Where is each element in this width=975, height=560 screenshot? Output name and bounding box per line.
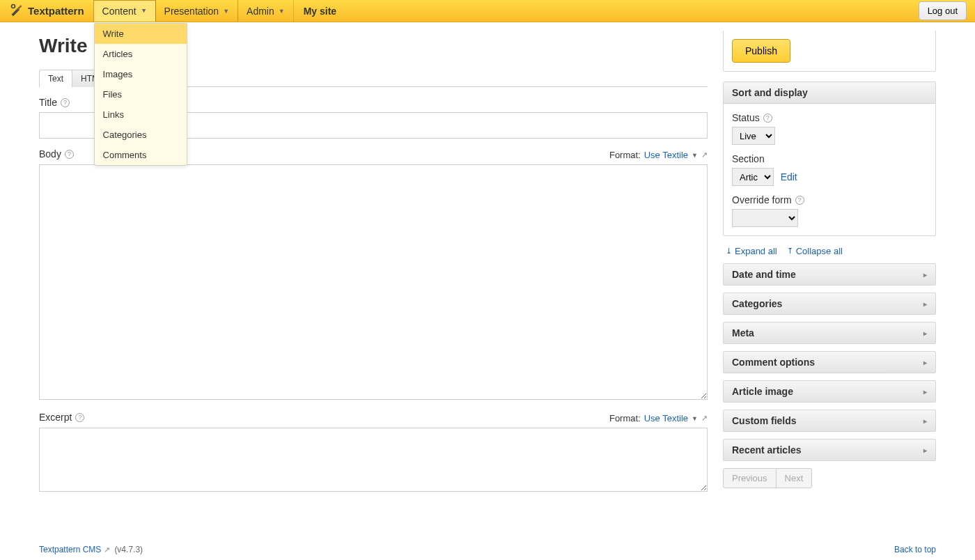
override-label: Override form — [732, 194, 792, 205]
collapse-all-link[interactable]: ⤒Collapse all — [787, 246, 843, 256]
excerpt-textarea[interactable] — [39, 428, 708, 492]
expand-icon: ⤓ — [726, 247, 732, 256]
chevron-right-icon: ▸ — [923, 417, 927, 425]
panel-recent-articles[interactable]: Recent articles▸ — [723, 439, 936, 461]
help-icon[interactable]: ? — [65, 150, 74, 159]
side-column: Publish Sort and display Status ? Live — [723, 31, 936, 494]
excerpt-label: Excerpt — [39, 412, 72, 423]
brand[interactable]: Textpattern — [0, 0, 94, 22]
body-textarea[interactable] — [39, 164, 708, 400]
nav-mysite[interactable]: My site — [294, 0, 346, 22]
next-button[interactable]: Next — [776, 468, 813, 488]
chevron-right-icon: ▸ — [923, 359, 927, 366]
nav-admin-label: Admin — [247, 6, 274, 17]
nav: Content ▲ Write Articles Images Files Li… — [94, 0, 294, 22]
format-label: Format: — [609, 413, 641, 423]
brand-icon — [10, 3, 24, 19]
help-icon[interactable]: ? — [763, 114, 772, 123]
section-edit-link[interactable]: Edit — [781, 171, 797, 182]
logout-button[interactable]: Log out — [919, 1, 967, 20]
nav-presentation-label: Presentation — [164, 6, 219, 17]
chevron-right-icon: ▸ — [923, 388, 927, 396]
section-select[interactable]: Articles — [732, 168, 774, 186]
external-link-icon[interactable]: ↗ — [701, 150, 708, 160]
nav-content-label: Content — [102, 6, 136, 17]
menu-categories[interactable]: Categories — [95, 125, 187, 145]
panel-meta[interactable]: Meta▸ — [723, 322, 936, 344]
top-bar: Textpattern Content ▲ Write Articles Ima… — [0, 0, 975, 22]
section-label: Section — [732, 153, 765, 164]
publish-panel: Publish — [723, 31, 936, 72]
format-label: Format: — [609, 150, 641, 160]
menu-write[interactable]: Write — [95, 24, 187, 44]
collapse-icon: ⤒ — [787, 247, 793, 256]
status-select[interactable]: Live — [732, 127, 775, 145]
chevron-right-icon: ▸ — [923, 446, 927, 454]
caret-down-icon[interactable]: ▼ — [692, 152, 698, 159]
brand-text: Textpattern — [28, 5, 84, 17]
help-icon[interactable]: ? — [795, 196, 804, 205]
caret-down-icon[interactable]: ▼ — [692, 415, 698, 422]
pager: Previous Next — [723, 468, 936, 488]
panel-categories[interactable]: Categories▸ — [723, 293, 936, 315]
panel-date-time[interactable]: Date and time▸ — [723, 263, 936, 286]
panel-comment-options[interactable]: Comment options▸ — [723, 351, 936, 373]
menu-images[interactable]: Images — [95, 64, 187, 84]
menu-links[interactable]: Links — [95, 104, 187, 125]
expand-all-link[interactable]: ⤓Expand all — [726, 246, 777, 256]
footer: Textpattern CMS ↗ (v4.7.3) Back to top — [0, 539, 975, 543]
menu-files[interactable]: Files — [95, 84, 187, 104]
caret-down-icon: ▼ — [223, 8, 229, 15]
chevron-right-icon: ▸ — [923, 329, 927, 337]
override-select[interactable] — [732, 209, 798, 227]
body-label: Body — [39, 148, 61, 160]
caret-down-icon: ▼ — [279, 8, 285, 15]
sort-display-title: Sort and display — [732, 87, 808, 98]
status-label: Status — [732, 112, 760, 123]
title-label: Title — [39, 97, 57, 108]
chevron-right-icon: ▸ — [923, 300, 927, 308]
format-textile-link[interactable]: Use Textile — [644, 413, 688, 423]
help-icon[interactable]: ? — [61, 98, 70, 107]
panel-article-image[interactable]: Article image▸ — [723, 380, 936, 403]
external-link-icon[interactable]: ↗ — [701, 414, 708, 423]
nav-presentation[interactable]: Presentation ▼ — [155, 0, 239, 22]
panel-custom-fields[interactable]: Custom fields▸ — [723, 410, 936, 432]
help-icon[interactable]: ? — [75, 413, 84, 422]
format-textile-link[interactable]: Use Textile — [644, 150, 688, 160]
publish-button[interactable]: Publish — [732, 39, 790, 63]
menu-articles[interactable]: Articles — [95, 44, 187, 64]
sort-display-panel: Sort and display Status ? Live Section — [723, 81, 936, 236]
svg-point-1 — [12, 5, 15, 8]
caret-up-icon: ▲ — [141, 8, 147, 15]
chevron-right-icon: ▸ — [923, 271, 927, 279]
tab-text[interactable]: Text — [39, 70, 72, 87]
prev-button[interactable]: Previous — [723, 468, 777, 488]
menu-comments[interactable]: Comments — [95, 145, 187, 165]
nav-content[interactable]: Content ▲ Write Articles Images Files Li… — [93, 0, 156, 22]
sort-display-header[interactable]: Sort and display — [724, 82, 935, 104]
nav-admin[interactable]: Admin ▼ — [237, 0, 294, 22]
content-dropdown: Write Articles Images Files Links Catego… — [94, 23, 187, 166]
